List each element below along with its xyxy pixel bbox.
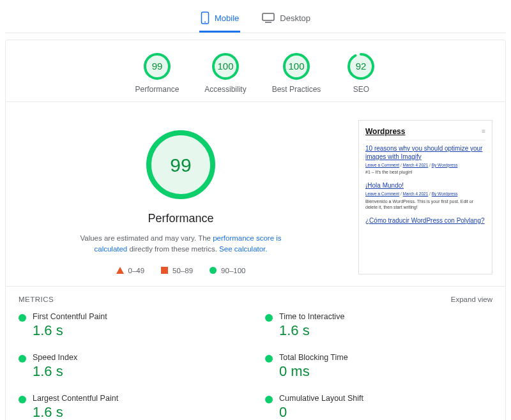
metric-cls: Cumulative Layout Shift 0	[265, 390, 492, 421]
status-dot-icon	[265, 355, 273, 363]
gauge-accessibility-score: 100	[217, 61, 233, 71]
gauge-best-practices[interactable]: 100 Best Practices	[272, 52, 321, 94]
gauge-performance-label: Performance	[135, 85, 179, 94]
gauge-accessibility[interactable]: 100 Accessibility	[204, 52, 246, 94]
triangle-icon	[116, 267, 124, 274]
summary-row: 99 Performance 100 Accessibility 100	[6, 40, 505, 102]
gauge-seo-svg: 92	[346, 52, 376, 81]
metrics-title: METRICS	[19, 296, 54, 303]
performance-title: Performance	[148, 212, 213, 225]
gauge-big-performance: 99	[142, 126, 219, 203]
status-dot-icon	[265, 314, 273, 322]
link-see-calculator[interactable]: See calculator.	[219, 245, 267, 253]
preview-article-1: 10 reasons why you should optimize your …	[365, 144, 485, 176]
gauge-performance[interactable]: 99 Performance	[135, 52, 179, 94]
gauge-best-practices-label: Best Practices	[272, 85, 321, 94]
gauge-seo[interactable]: 92 SEO	[346, 52, 376, 94]
gauge-best-practices-score: 100	[289, 61, 305, 71]
preview-article-3: ¿Cómo traducir WordPress con Polylang?	[365, 216, 485, 225]
metric-fcp: First Contentful Paint 1.6 s	[19, 308, 246, 345]
gauge-performance-score: 99	[152, 61, 163, 71]
status-dot-icon	[265, 396, 273, 403]
svg-rect-2	[263, 13, 274, 20]
device-tabs: Mobile Desktop	[5, 0, 506, 33]
gauge-performance-svg: 99	[142, 52, 172, 81]
legend-high: 90–100	[210, 267, 245, 274]
metrics-grid: First Contentful Paint 1.6 s Time to Int…	[6, 308, 505, 421]
performance-description: Values are estimated and may vary. The p…	[66, 233, 296, 255]
square-icon	[161, 267, 168, 274]
performance-detail: 99 Performance Values are estimated and …	[6, 102, 505, 287]
mobile-icon	[201, 11, 210, 24]
status-dot-icon	[19, 396, 26, 403]
metric-si: Speed Index 1.6 s	[19, 349, 246, 386]
metric-tbt: Total Blocking Time 0 ms	[265, 349, 492, 386]
gauge-seo-label: SEO	[353, 85, 369, 94]
legend-low: 0–49	[116, 267, 145, 274]
expand-view-button[interactable]: Expand view	[451, 296, 492, 303]
gauge-accessibility-svg: 100	[211, 52, 240, 81]
gauge-big-score: 99	[170, 154, 191, 176]
tab-desktop[interactable]: Desktop	[261, 8, 312, 33]
score-legend: 0–49 50–89 90–100	[116, 267, 246, 274]
desktop-icon	[262, 13, 275, 23]
metric-lcp: Largest Contentful Paint 1.6 s	[19, 390, 246, 421]
page-preview: Wordpress ≡ 10 reasons why you should op…	[358, 120, 492, 274]
gauge-best-practices-svg: 100	[282, 52, 311, 81]
status-dot-icon	[19, 355, 26, 363]
gauge-accessibility-label: Accessibility	[204, 85, 246, 94]
tab-desktop-label: Desktop	[280, 13, 310, 23]
metric-tti: Time to Interactive 1.6 s	[265, 308, 492, 345]
metrics-header: METRICS Expand view	[6, 287, 505, 308]
tab-mobile-label: Mobile	[215, 13, 239, 23]
tab-mobile[interactable]: Mobile	[199, 8, 240, 33]
hamburger-icon: ≡	[482, 127, 485, 135]
summary-card: 99 Performance 100 Accessibility 100	[5, 40, 506, 420]
status-dot-icon	[19, 314, 26, 322]
gauge-seo-score: 92	[356, 61, 367, 71]
circle-icon	[210, 267, 217, 274]
preview-site-title: Wordpress	[365, 127, 405, 137]
preview-article-2: ¡Hola Mundo! Leave a Comment / March 4 2…	[365, 181, 485, 210]
svg-point-1	[204, 22, 206, 23]
legend-mid: 50–89	[161, 267, 193, 274]
